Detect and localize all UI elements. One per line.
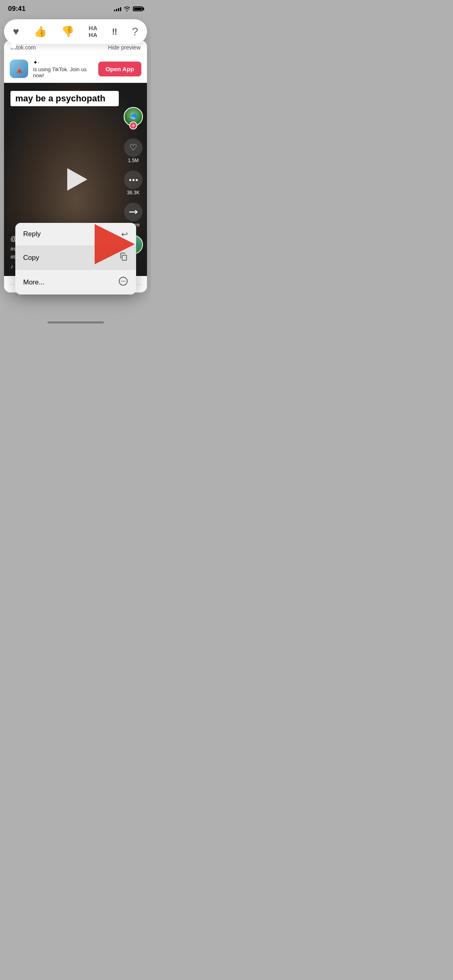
video-title: may be a psychopath [10,91,119,106]
more-icon [118,276,128,288]
comment-icon [129,179,138,181]
status-bar: 09:41 [0,0,151,14]
signal-bars-icon [114,6,121,11]
play-triangle-icon [67,168,87,191]
svg-point-3 [121,281,122,282]
battery-icon [133,6,143,11]
reply-label: Reply [23,230,41,238]
reaction-heart-button[interactable]: ♥ [13,25,19,38]
play-button[interactable] [62,165,90,194]
avatar: 🗼 [10,60,28,78]
more-label: More... [23,278,45,286]
hide-preview-button[interactable]: Hide preview [108,44,141,51]
heart-icon: ♡ [129,142,137,153]
reaction-bar: ♥ 👍 👎 HAHA ‼ ? [4,19,147,44]
svg-point-5 [124,281,125,282]
svg-point-4 [122,281,123,282]
video-title-overlay: may be a psychopath [10,91,119,106]
tiktok-brand-icon: ✦· [33,59,39,66]
reaction-thumbsdown-button[interactable]: 👎 [61,25,74,38]
status-time: 09:41 [8,5,25,13]
wifi-icon [124,6,130,11]
reaction-haha-button[interactable]: HAHA [89,25,97,38]
banner-description: is using TikTok. Join us now! [33,66,93,78]
more-menu-item[interactable]: More... [15,270,136,294]
reaction-bubble [10,43,16,49]
like-count: 1.5M [128,158,139,163]
comment-count: 36.3K [127,190,139,196]
home-indicator [48,321,104,323]
creator-avatar-container[interactable]: 🧢 + [124,107,143,126]
copy-label: Copy [23,254,39,262]
reaction-exclamation-button[interactable]: ‼ [112,27,117,37]
follow-plus-icon[interactable]: + [129,121,137,130]
like-button[interactable]: ♡ 1.5M [124,138,143,163]
app-banner: 🗼 ✦· is using TikTok. Join us now! Open … [4,55,147,83]
reaction-question-button[interactable]: ? [132,25,138,38]
banner-text: ✦· is using TikTok. Join us now! [33,59,93,78]
red-arrow-indicator [91,224,139,264]
share-icon [129,208,138,216]
reaction-bubble-small [7,49,10,53]
open-app-button[interactable]: Open App [98,62,141,76]
reaction-thumbsup-button[interactable]: 👍 [34,25,47,38]
svg-marker-0 [95,224,135,264]
status-icons [114,6,143,11]
music-note-icon: ♪ [10,263,13,270]
comment-button[interactable]: 36.3K [124,171,143,196]
